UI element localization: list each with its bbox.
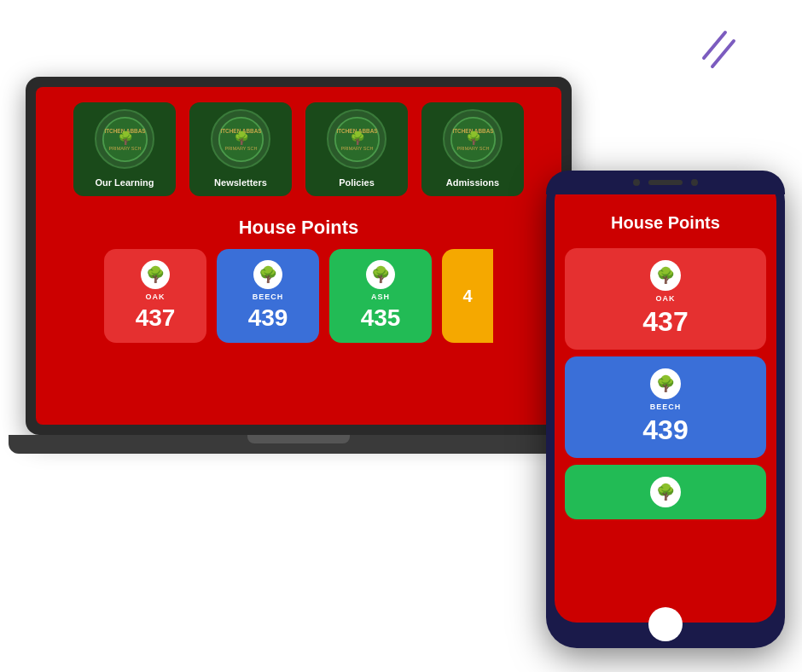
laptop-section-title: House Points — [36, 217, 561, 239]
phone-house-cards: 🌳 OAK 437 🌳 BEECH 439 🌳 — [555, 241, 776, 526]
svg-text:🌳: 🌳 — [233, 130, 249, 146]
nav-card-our-learning[interactable]: ITCHEN ABBAS PRIMARY SCH 🌳 Our Learning — [73, 102, 176, 196]
phone-ash-icon: 🌳 — [650, 477, 681, 507]
school-emblem-1: ITCHEN ABBAS PRIMARY SCH 🌳 — [95, 109, 154, 169]
laptop-house-cards: 🌳 OAK 437 🌳 BEECH 439 🌳 ASH 435 4 — [36, 249, 561, 343]
laptop-device: ITCHEN ABBAS PRIMARY SCH 🌳 Our Learning … — [26, 77, 589, 486]
school-emblem-4: ITCHEN ABBAS PRIMARY SCH 🌳 — [443, 109, 503, 169]
laptop-house-card-oak: 🌳 OAK 437 — [104, 249, 206, 343]
phone-section-title: House Points — [568, 213, 763, 233]
phone-speaker — [648, 180, 683, 185]
nav-card-policies[interactable]: ITCHEN ABBAS PRIMARY SCH 🌳 Policies — [305, 102, 408, 196]
phone-oak-score: 437 — [642, 306, 688, 338]
ash-icon: 🌳 — [366, 260, 395, 289]
laptop-house-card-ash: 🌳 ASH 435 — [329, 249, 432, 343]
phone-screen: House Points 🌳 OAK 437 🌳 BEECH 439 — [555, 179, 776, 623]
ash-name: ASH — [371, 293, 390, 301]
phone-header: House Points — [555, 203, 776, 241]
laptop-house-points-section: House Points — [36, 211, 561, 249]
svg-text:PRIMARY SCH: PRIMARY SCH — [340, 146, 373, 151]
phone-camera-dot-2 — [691, 179, 698, 186]
phone-beech-icon: 🌳 — [650, 368, 681, 399]
oak-name: OAK — [146, 293, 166, 301]
phone-house-card-oak: 🌳 OAK 437 — [565, 248, 766, 350]
oak-score: 437 — [136, 304, 176, 332]
decorative-spark — [687, 24, 755, 96]
ash-score: 435 — [361, 304, 401, 332]
phone-home-button[interactable] — [648, 607, 683, 641]
beech-score: 439 — [248, 304, 288, 332]
svg-text:PRIMARY SCH: PRIMARY SCH — [108, 146, 141, 151]
svg-text:🌳: 🌳 — [117, 130, 133, 146]
nav-card-label-our-learning: Our Learning — [95, 177, 154, 188]
svg-text:PRIMARY SCH: PRIMARY SCH — [456, 146, 489, 151]
laptop-nav: ITCHEN ABBAS PRIMARY SCH 🌳 Our Learning … — [36, 87, 561, 211]
phone-oak-name: OAK — [656, 294, 676, 303]
beech-icon: 🌳 — [253, 260, 282, 289]
laptop-house-card-beech: 🌳 BEECH 439 — [217, 249, 319, 343]
partial-score: 4 — [462, 287, 472, 306]
nav-card-admissions[interactable]: ITCHEN ABBAS PRIMARY SCH 🌳 Admissions — [421, 102, 524, 196]
phone-camera-dot — [633, 179, 640, 186]
beech-name: BEECH — [253, 293, 284, 301]
svg-text:PRIMARY SCH: PRIMARY SCH — [224, 146, 257, 151]
school-emblem-3: ITCHEN ABBAS PRIMARY SCH 🌳 — [327, 109, 386, 169]
nav-card-label-admissions: Admissions — [446, 177, 499, 188]
laptop-body: ITCHEN ABBAS PRIMARY SCH 🌳 Our Learning … — [26, 77, 572, 435]
laptop-screen: ITCHEN ABBAS PRIMARY SCH 🌳 Our Learning … — [36, 87, 561, 425]
phone-camera-bar — [546, 171, 785, 194]
phone-beech-score: 439 — [642, 414, 688, 446]
oak-icon: 🌳 — [141, 260, 170, 289]
svg-text:🌳: 🌳 — [465, 130, 481, 146]
nav-card-label-newsletters: Newsletters — [214, 177, 267, 188]
phone-oak-icon: 🌳 — [650, 260, 681, 291]
laptop-house-card-partial: 4 — [442, 249, 493, 343]
svg-text:🌳: 🌳 — [349, 130, 365, 146]
phone-house-card-ash: 🌳 — [565, 465, 766, 519]
laptop-notch — [247, 435, 350, 443]
nav-card-label-policies: Policies — [339, 177, 375, 188]
laptop-base — [9, 435, 589, 454]
phone-house-card-beech: 🌳 BEECH 439 — [565, 356, 766, 458]
nav-card-newsletters[interactable]: ITCHEN ABBAS PRIMARY SCH 🌳 Newsletters — [189, 102, 292, 196]
phone-beech-name: BEECH — [650, 403, 682, 411]
phone-body: House Points 🌳 OAK 437 🌳 BEECH 439 — [546, 171, 785, 648]
phone-device: House Points 🌳 OAK 437 🌳 BEECH 439 — [546, 171, 785, 648]
school-emblem-2: ITCHEN ABBAS PRIMARY SCH 🌳 — [211, 109, 270, 169]
